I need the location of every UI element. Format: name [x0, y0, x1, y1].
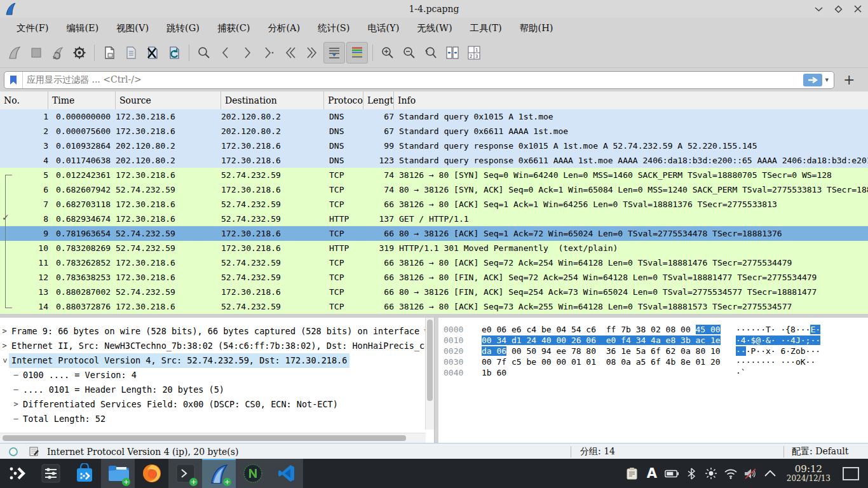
minimize-button[interactable] — [815, 6, 823, 12]
taskbar-terminal[interactable]: + — [168, 459, 202, 488]
apply-filter-button[interactable] — [803, 74, 822, 86]
taskbar-clock[interactable]: 09:12 2024/12/13 — [787, 464, 831, 483]
scrollbar-thumb[interactable] — [427, 320, 433, 401]
chevron-up-icon[interactable] — [763, 466, 777, 480]
packet-row[interactable]: 120.783638253172.30.218.652.74.232.59TCP… — [0, 270, 868, 285]
packet-row[interactable]: 30.010932864202.120.80.2172.30.218.6DNS9… — [0, 139, 868, 153]
go-to-packet-button[interactable] — [259, 43, 279, 63]
packet-row[interactable]: 20.000075600172.30.218.6202.120.80.2DNS6… — [0, 124, 868, 139]
hex-row[interactable]: 00401b 60·` — [438, 367, 868, 378]
menu-编辑(E)[interactable]: 编辑(E) — [57, 20, 107, 37]
battery-icon[interactable] — [665, 466, 679, 480]
column-header-info[interactable]: Info — [394, 92, 868, 109]
column-header-protocol[interactable]: Protocol — [324, 92, 363, 109]
resize-columns-button[interactable] — [442, 43, 463, 63]
packet-row[interactable]: 70.682703118172.30.218.652.74.232.59TCP6… — [0, 197, 868, 212]
packet-row[interactable]: 80.682934674172.30.218.652.74.232.59HTTP… — [0, 212, 868, 226]
taskbar-neovim[interactable] — [236, 459, 269, 488]
taskbar-system-settings[interactable] — [34, 459, 67, 488]
expert-info-icon[interactable] — [6, 445, 20, 459]
scrollbar-thumb[interactable] — [3, 435, 406, 441]
filter-bookmark-icon[interactable] — [4, 72, 23, 88]
colorize-packets-button[interactable] — [346, 42, 368, 64]
save-file-button[interactable] — [121, 43, 141, 63]
menu-工具(T)[interactable]: 工具(T) — [461, 20, 511, 37]
menu-分析(A)[interactable]: 分析(A) — [259, 20, 309, 37]
filter-dropdown-caret[interactable]: ▾ — [825, 76, 829, 84]
taskbar-wireshark[interactable]: + — [202, 459, 236, 488]
volume-muted-icon[interactable] — [743, 466, 757, 480]
expander-icon[interactable]: > — [0, 324, 9, 339]
detail-line[interactable]: >Ethernet II, Src: NewH3CTechno_7b:38:02… — [0, 339, 434, 353]
display-filter-input[interactable]: 应用显示过滤器 ... <Ctrl-/> ▾ — [4, 71, 834, 89]
add-filter-button[interactable]: + — [843, 72, 855, 88]
detail-line[interactable]: –Total Length: 52 — [0, 412, 434, 426]
find-packet-button[interactable] — [194, 43, 214, 63]
taskbar-firefox[interactable] — [135, 459, 168, 488]
taskbar-file-manager[interactable]: + — [101, 459, 135, 488]
zoom-reset-button[interactable] — [421, 43, 441, 63]
expander-icon[interactable]: > — [0, 339, 9, 353]
column-header-time[interactable]: Time — [48, 92, 116, 109]
hex-row[interactable]: 0000e0 06 e6 c4 be 04 54 c6 ff 7b 38 02 … — [438, 324, 868, 335]
menu-统计(S)[interactable]: 统计(S) — [309, 20, 358, 37]
menu-帮助(H)[interactable]: 帮助(H) — [511, 20, 562, 37]
expander-icon[interactable]: > — [0, 356, 12, 365]
packet-bytes-pane[interactable]: 0000e0 06 e6 c4 be 04 54 c6 ff 7b 38 02 … — [438, 318, 868, 443]
zoom-in-button[interactable] — [377, 43, 398, 63]
maximize-button[interactable] — [834, 5, 843, 13]
packet-row[interactable]: 130.88028700252.74.232.59172.30.218.6TCP… — [0, 285, 868, 299]
show-desktop-button[interactable] — [843, 467, 859, 480]
go-first-packet-button[interactable] — [280, 43, 301, 63]
restart-capture-button[interactable] — [48, 43, 68, 63]
stop-capture-button[interactable] — [26, 43, 46, 63]
packet-row[interactable]: 60.68260794252.74.232.59172.30.218.6TCP7… — [0, 182, 868, 197]
packet-row[interactable]: 50.012242361172.30.218.652.74.232.59TCP7… — [0, 168, 868, 182]
hex-row[interactable]: 0020da 06 00 50 94 ee 78 80 36 1e 5a 6f … — [438, 346, 868, 356]
open-file-button[interactable] — [99, 43, 119, 63]
close-button[interactable] — [854, 5, 862, 13]
number-columns-button[interactable]: 123 — [464, 43, 484, 63]
taskbar-vscode[interactable] — [269, 459, 303, 488]
auto-scroll-button[interactable] — [323, 42, 345, 64]
details-vertical-scrollbar[interactable] — [425, 318, 434, 430]
expander-icon[interactable]: > — [11, 397, 20, 412]
packet-row[interactable]: 90.78196365452.74.232.59172.30.218.6TCP6… — [0, 226, 868, 241]
bluetooth-icon[interactable] — [684, 466, 698, 480]
taskbar-software-store[interactable] — [67, 459, 101, 488]
go-forward-button[interactable] — [237, 43, 257, 63]
details-horizontal-scrollbar[interactable] — [0, 433, 426, 443]
capture-options-button[interactable] — [69, 43, 90, 63]
detail-line[interactable]: >Differentiated Services Field: 0x00 (DS… — [0, 397, 434, 412]
status-packet-count[interactable]: 分组: 14 — [571, 446, 783, 458]
column-header-source[interactable]: Source — [116, 92, 221, 109]
detail-line[interactable]: –.... 0101 = Header Length: 20 bytes (5) — [0, 383, 434, 397]
menu-无线(W)[interactable]: 无线(W) — [408, 20, 461, 37]
menu-文件(F)[interactable]: 文件(F) — [8, 20, 57, 37]
go-last-packet-button[interactable] — [302, 43, 322, 63]
packet-row[interactable]: 140.880372876172.30.218.652.74.232.59TCP… — [0, 299, 868, 314]
taskbar-app-launcher[interactable] — [0, 459, 34, 488]
column-header-no[interactable]: No. — [0, 92, 48, 109]
hex-row[interactable]: 001000 34 d1 24 40 00 26 06 e0 f4 34 4a … — [438, 335, 868, 346]
packet-row[interactable]: 10.000000000172.30.218.6202.120.80.2DNS6… — [0, 109, 868, 124]
status-profile[interactable]: 配置: Default — [784, 446, 868, 458]
detail-line[interactable]: >Frame 9: 66 bytes on wire (528 bits), 6… — [0, 324, 434, 339]
menu-捕获(C)[interactable]: 捕获(C) — [208, 20, 259, 37]
close-file-button[interactable] — [142, 43, 163, 63]
detail-line[interactable]: >Internet Protocol Version 4, Src: 52.74… — [0, 353, 434, 368]
menu-电话(Y)[interactable]: 电话(Y) — [358, 20, 408, 37]
column-header-length[interactable]: Lengtl — [363, 92, 394, 109]
reload-file-button[interactable] — [164, 43, 184, 63]
input-method-icon[interactable]: A — [645, 466, 659, 480]
go-back-button[interactable] — [215, 43, 236, 63]
zoom-out-button[interactable] — [399, 43, 419, 63]
menu-跳转(G)[interactable]: 跳转(G) — [158, 20, 208, 37]
brightness-icon[interactable] — [704, 466, 718, 480]
hex-row[interactable]: 003000 7f c5 be 00 00 01 01 08 0a a5 6f … — [438, 356, 868, 367]
capture-comment-icon[interactable] — [27, 445, 41, 459]
wifi-icon[interactable] — [724, 466, 738, 480]
menu-视图(V)[interactable]: 视图(V) — [107, 20, 158, 37]
clipboard-icon[interactable] — [625, 466, 639, 480]
packet-row[interactable]: 110.783262852172.30.218.652.74.232.59TCP… — [0, 255, 868, 270]
